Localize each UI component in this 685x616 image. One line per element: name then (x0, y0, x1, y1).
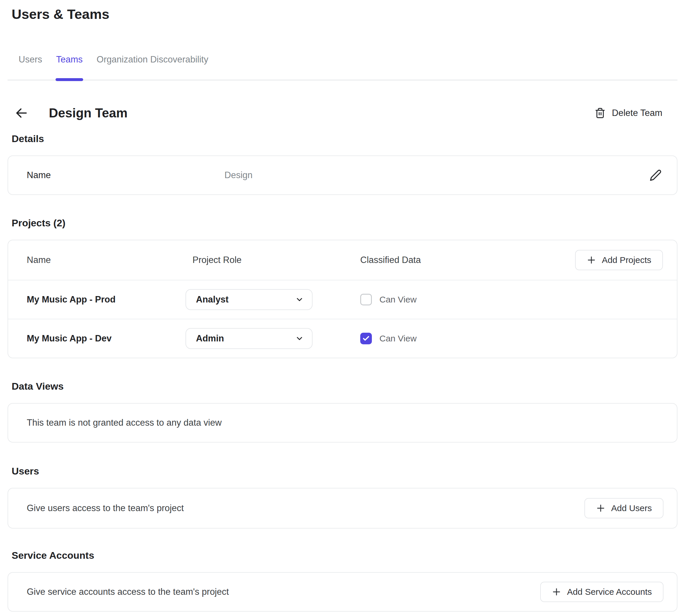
project-role-value: Analyst (196, 294, 229, 305)
tab-users-label: Users (19, 54, 42, 65)
project-role-cell: Admin (186, 328, 360, 349)
project-role-select[interactable]: Admin (186, 328, 313, 349)
add-users-button[interactable]: Add Users (584, 498, 663, 519)
projects-heading: Projects (2) (12, 217, 678, 229)
delete-team-button[interactable]: Delete Team (593, 107, 664, 119)
projects-card: Name Project Role Classified Data Add Pr… (7, 240, 678, 358)
users-heading: Users (12, 465, 678, 477)
add-users-label: Add Users (611, 503, 652, 513)
arrow-left-icon (15, 106, 28, 120)
users-teams-page: Users & Teams Users Teams Organization D… (0, 0, 685, 616)
project-name: My Music App - Dev (27, 333, 186, 344)
team-header: Design Team Delete Team (7, 102, 678, 124)
pencil-icon (649, 169, 662, 181)
service-accounts-heading: Service Accounts (12, 549, 678, 561)
name-label: Name (27, 170, 224, 180)
tab-teams-label: Teams (56, 54, 83, 65)
details-heading: Details (12, 133, 678, 145)
tab-organization-discoverability[interactable]: Organization Discoverability (89, 50, 215, 69)
table-row: My Music App - Prod Analyst Can View (8, 280, 677, 319)
page-title: Users & Teams (12, 6, 678, 22)
add-projects-button[interactable]: Add Projects (575, 250, 663, 270)
details-name-row: Name Design (8, 156, 677, 194)
plus-icon (587, 256, 596, 265)
table-row: My Music App - Dev Admin Can View (8, 319, 677, 358)
project-name: My Music App - Prod (27, 294, 186, 305)
team-title: Design Team (49, 106, 128, 120)
project-role-value: Admin (196, 333, 224, 344)
back-button[interactable] (13, 104, 30, 122)
column-header-project-role: Project Role (186, 255, 360, 265)
can-view-label: Can View (380, 334, 416, 344)
data-views-empty-text: This team is not granted access to any d… (27, 418, 221, 428)
service-accounts-card: Give service accounts access to the team… (7, 572, 678, 612)
active-tab-indicator (56, 78, 83, 81)
project-role-cell: Analyst (186, 289, 360, 310)
classified-data-cell: Can View (360, 333, 663, 344)
edit-name-button[interactable] (649, 169, 662, 181)
details-card: Name Design (7, 155, 678, 195)
tab-organization-discoverability-label: Organization Discoverability (97, 54, 208, 65)
can-view-label: Can View (380, 295, 416, 305)
column-header-name: Name (27, 255, 186, 265)
service-accounts-empty-text: Give service accounts access to the team… (27, 587, 229, 597)
add-projects-label: Add Projects (602, 255, 651, 265)
tab-bar: Users Teams Organization Discoverability (7, 50, 678, 81)
users-card: Give users access to the team's project … (7, 488, 678, 529)
plus-icon (596, 504, 605, 513)
plus-icon (552, 587, 561, 596)
chevron-down-icon (295, 334, 304, 343)
users-empty-text: Give users access to the team's project (27, 503, 184, 513)
check-icon (362, 335, 370, 342)
project-role-select[interactable]: Analyst (186, 289, 313, 310)
tab-users[interactable]: Users (12, 50, 49, 69)
can-view-checkbox[interactable] (360, 333, 372, 344)
data-views-heading: Data Views (12, 380, 678, 392)
data-views-card: This team is not granted access to any d… (7, 403, 678, 442)
tab-teams[interactable]: Teams (49, 50, 89, 69)
delete-team-label: Delete Team (612, 108, 662, 118)
add-service-accounts-button[interactable]: Add Service Accounts (540, 582, 663, 602)
column-header-classified-data: Classified Data (360, 255, 575, 265)
trash-icon (595, 108, 606, 118)
can-view-checkbox[interactable] (360, 294, 372, 305)
classified-data-cell: Can View (360, 294, 663, 305)
chevron-down-icon (295, 295, 304, 304)
add-service-accounts-label: Add Service Accounts (567, 587, 652, 597)
projects-table-header: Name Project Role Classified Data Add Pr… (8, 240, 677, 280)
team-name-value: Design (224, 170, 649, 180)
